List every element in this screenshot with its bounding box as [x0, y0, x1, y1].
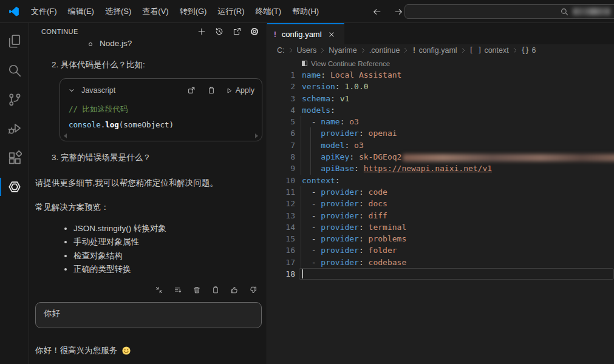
go-forward-icon[interactable]: [392, 5, 404, 18]
open-in-editor-icon[interactable]: [231, 25, 243, 38]
line-content: - provider: docs: [295, 198, 387, 209]
editor-line[interactable]: 7 model: o3: [267, 140, 614, 151]
breadcrumb-label: C:: [277, 46, 285, 55]
new-session-icon[interactable]: [196, 25, 208, 38]
chevron-down-icon[interactable]: [67, 86, 76, 95]
menu-item[interactable]: 运行(R): [212, 4, 250, 19]
code-token: :: [340, 117, 350, 126]
delete-message-icon[interactable]: [191, 284, 203, 296]
editor-line[interactable]: 18: [267, 268, 614, 280]
vscode-window: 文件(F)编辑(E)选择(S)查看(V)转到(G)运行(R)终端(T)帮助(H)…: [0, 0, 614, 364]
apply-button[interactable]: Apply: [225, 86, 254, 95]
activity-item-search[interactable]: [0, 56, 29, 85]
editor-line[interactable]: 9 apiBase: https://newapi.naixi.net/v1: [267, 163, 614, 174]
editor-line[interactable]: 13 - provider: diff: [267, 210, 614, 221]
hscroll-right-arrow[interactable]: [255, 133, 258, 138]
chevron-right-icon: [360, 47, 367, 54]
breadcrumb-item[interactable]: Users: [297, 46, 317, 55]
editor-line[interactable]: 12 - provider: docs: [267, 198, 614, 209]
indent-guide: [310, 127, 311, 139]
move-to-editor-icon[interactable]: [172, 284, 184, 296]
editor-line[interactable]: 2version: 1.0.0: [267, 81, 614, 92]
breadcrumb-item[interactable]: {}6: [521, 46, 536, 55]
go-back-icon[interactable]: [370, 5, 383, 18]
breadcrumb-item[interactable]: Nyarime: [329, 46, 357, 55]
sym-object-icon: {}: [521, 46, 530, 55]
line-content: - name: o3: [295, 116, 359, 127]
editor-group: ! config.yaml C:UsersNyarime.continue!co…: [267, 23, 614, 364]
bullet-icon: [89, 42, 92, 46]
code-token: provider: [321, 187, 359, 197]
panel-actions: [196, 25, 261, 38]
indent-guide: [301, 257, 301, 268]
editor-line[interactable]: 3schema: v1: [267, 93, 614, 104]
editor-line[interactable]: 8 apiKey: sk-DGEoq2: [267, 151, 614, 163]
code-block: Javascript Apply // 比如这段代码 console.log(s…: [60, 78, 262, 141]
editor-line[interactable]: 14 - provider: terminal: [267, 221, 614, 233]
line-content: name: Local Assistant: [295, 69, 401, 81]
code-token: provider: [321, 246, 359, 255]
activity-item-explorer[interactable]: [0, 27, 29, 56]
code-comment: // 比如这段代码: [69, 104, 253, 115]
breadcrumb-item[interactable]: [ ]context: [469, 46, 509, 55]
menu-item[interactable]: 编辑(E): [63, 4, 100, 19]
settings-icon[interactable]: [248, 25, 261, 38]
editor-line[interactable]: 17 - provider: codebase: [267, 257, 614, 268]
editor-line[interactable]: 15 - provider: problems: [267, 233, 614, 244]
chevron-right-icon: [287, 47, 295, 54]
breadcrumb-item[interactable]: .continue: [369, 46, 400, 55]
editor-line[interactable]: 10context:: [267, 175, 614, 186]
code-token: v1: [340, 94, 350, 103]
thumbs-down-icon[interactable]: [247, 284, 259, 296]
breadcrumb-item[interactable]: C:: [277, 46, 285, 55]
close-tab-icon[interactable]: [327, 30, 336, 39]
code-line: console.log(someObject): [69, 120, 253, 129]
menu-item[interactable]: 查看(V): [137, 4, 174, 19]
code-block-actions: Apply: [185, 84, 254, 96]
menu-item[interactable]: 帮助(H): [287, 4, 324, 19]
tab-config-yaml[interactable]: ! config.yaml: [267, 23, 344, 44]
history-icon[interactable]: [213, 25, 225, 38]
line-number: 8: [267, 151, 295, 163]
activity-item-continue[interactable]: [0, 172, 29, 201]
question-3: 3. 完整的错误场景是什么？: [52, 152, 262, 163]
vscode-logo-icon: [9, 6, 19, 17]
code-token: code: [369, 187, 387, 197]
activity-item-extensions[interactable]: [0, 143, 29, 172]
menu-item[interactable]: 终端(T): [250, 4, 287, 19]
code-token: context: [302, 176, 335, 185]
continue-reference-icon: [302, 61, 307, 66]
editor-line[interactable]: 6 provider: openai: [267, 127, 614, 139]
user-message-box[interactable]: 你好: [35, 302, 262, 328]
indent-guide: [301, 186, 301, 198]
insert-at-cursor-icon[interactable]: [185, 84, 197, 96]
solution-bullet: 检查对象结构: [73, 249, 262, 263]
hscroll-left-arrow[interactable]: [64, 133, 67, 138]
activity-item-run-debug[interactable]: [0, 114, 29, 143]
collapse-icon[interactable]: [153, 284, 165, 296]
menu-item[interactable]: 转到(G): [174, 4, 213, 19]
thumbs-up-icon[interactable]: [228, 284, 240, 296]
menu-item[interactable]: 文件(F): [26, 4, 63, 19]
activity-item-source-control[interactable]: [0, 85, 29, 114]
copy-message-icon[interactable]: [210, 284, 222, 296]
code-token: :: [359, 223, 369, 232]
indent-guide: [301, 233, 301, 244]
command-center-search[interactable]: [404, 4, 614, 19]
code-token: version: [302, 82, 335, 91]
code-token: :: [359, 199, 369, 208]
breadcrumb-item[interactable]: !config.yaml: [412, 46, 457, 55]
indent-guide: [301, 221, 301, 233]
editor-line[interactable]: 5 - name: o3: [267, 116, 614, 127]
editor-line[interactable]: 16 - provider: folder: [267, 244, 614, 256]
files-icon: [7, 34, 22, 49]
menu-item[interactable]: 选择(S): [100, 4, 137, 19]
editor-line[interactable]: 11 - provider: code: [267, 186, 614, 198]
codelens-view-reference[interactable]: View Continue Reference: [267, 58, 614, 69]
api-base-link[interactable]: https://newapi.naixi.net/v1: [364, 164, 492, 173]
breadcrumb-label: Nyarime: [329, 46, 357, 55]
editor-line[interactable]: 1name: Local Assistant: [267, 69, 614, 81]
line-number: 9: [267, 163, 295, 174]
copy-code-icon[interactable]: [205, 84, 217, 96]
editor-line[interactable]: 4models:: [267, 104, 614, 116]
